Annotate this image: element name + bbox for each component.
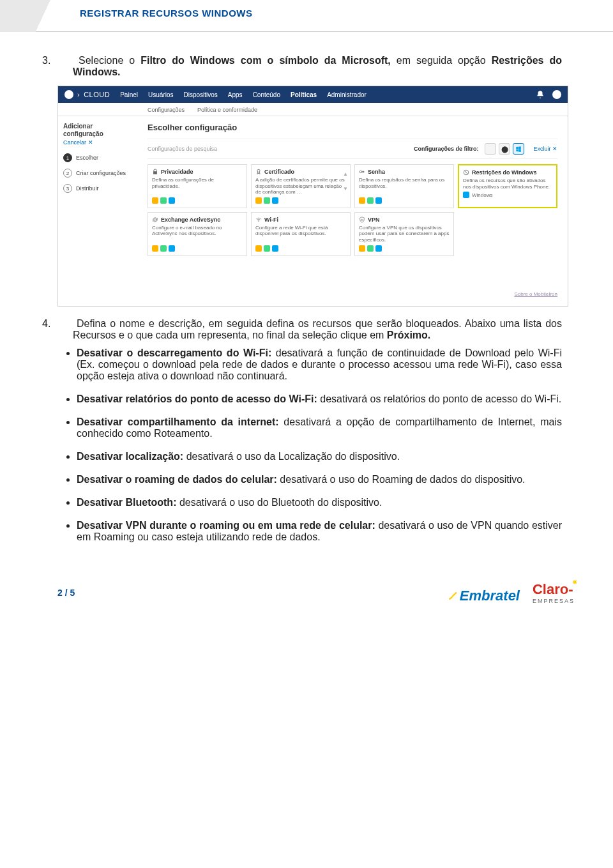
footer-logos: ⟋Embratel Claro-✷ EMPRESAS xyxy=(446,581,575,604)
card-certificado[interactable]: Certificado A adição de certificados per… xyxy=(251,164,351,208)
app-topbar: › CLOUD Painel Usuários Dispositivos App… xyxy=(58,86,568,103)
sidebar-cancel-link[interactable]: Cancelar ✕ xyxy=(63,139,136,146)
shield-lock-icon xyxy=(359,217,365,223)
nav-conteudo[interactable]: Conteúdo xyxy=(253,91,280,98)
step-4-text: Defina o nome e descrição, em seguida de… xyxy=(73,318,562,340)
card-wifi[interactable]: Wi-Fi Configure a rede Wi-Fi que está di… xyxy=(251,212,351,256)
svg-point-3 xyxy=(258,221,259,222)
brand-text: CLOUD xyxy=(84,91,110,98)
bell-icon[interactable] xyxy=(536,90,545,99)
platform-android-icon xyxy=(264,245,270,252)
filter-windows-icon[interactable] xyxy=(513,143,524,155)
filter-apple-icon[interactable] xyxy=(485,143,496,155)
platform-android-icon xyxy=(160,197,167,204)
card-restricoes-windows[interactable]: Restrições do Windows Defina os recursos… xyxy=(458,164,557,208)
platform-android-icon xyxy=(367,197,374,204)
page-footer: 2 / 5 ⟋Embratel Claro-✷ EMPRESAS xyxy=(0,581,613,604)
platform-android-icon xyxy=(160,245,167,252)
bullet-4: Desativar localização: desativará o uso … xyxy=(77,451,562,462)
about-link[interactable]: Sobre o MobileIron xyxy=(58,289,568,306)
cards-grid: Privacidade Defina as configurações de p… xyxy=(148,164,557,256)
step-list: 1 Escolher 2 Criar configurações 3 Distr… xyxy=(63,153,136,193)
brand-logo-icon xyxy=(64,90,73,99)
step-2-label: Criar configurações xyxy=(76,170,126,176)
search-input[interactable]: Configurações de pesquisa xyxy=(148,146,407,152)
platform-ios-icon xyxy=(255,197,262,204)
step-1-num: 1 xyxy=(63,153,72,162)
platform-windows-icon xyxy=(272,245,278,252)
page-number: 2 / 5 xyxy=(57,588,75,598)
key-icon xyxy=(359,169,365,175)
platform-windows-icon xyxy=(463,192,469,198)
step-2[interactable]: 2 Criar configurações xyxy=(63,169,136,178)
subnav-configuracoes[interactable]: Configurações xyxy=(148,107,185,113)
card-exchange[interactable]: Exchange ActiveSync Configure o e-mail b… xyxy=(148,212,247,256)
platform-ios-icon xyxy=(359,245,365,252)
filter-label: Configurações de filtro: xyxy=(414,146,479,152)
step-3-bold-1: Filtro do Windows com o símbolo da Micro… xyxy=(140,55,391,66)
platform-ios-icon xyxy=(152,197,158,204)
main-title: Escolher configuração xyxy=(148,123,557,132)
subnav-politica[interactable]: Política e conformidade xyxy=(197,107,257,113)
excluir-link[interactable]: Excluir ✕ xyxy=(533,146,557,152)
filter-android-icon[interactable]: ⬤ xyxy=(499,143,510,155)
step-3-number: 3. xyxy=(57,55,73,66)
logo-claro: Claro-✷ EMPRESAS xyxy=(533,581,575,604)
avatar-icon[interactable] xyxy=(552,90,561,99)
platform-windows-icon xyxy=(375,197,382,204)
main-panel: Escolher configuração Configurações de p… xyxy=(141,116,568,289)
bullet-6: Desativar Bluetooth: desativará o uso do… xyxy=(77,497,562,508)
filter-icons: ⬤ xyxy=(485,143,524,155)
nav-dispositivos[interactable]: Dispositivos xyxy=(183,91,217,98)
platform-ios-icon xyxy=(359,197,365,204)
sidebar-add-title: Adicionar configuração xyxy=(63,123,136,138)
ribbon-icon xyxy=(255,169,262,175)
sync-icon xyxy=(152,217,158,223)
header-slant xyxy=(0,0,77,32)
lock-icon xyxy=(152,169,158,175)
platform-android-icon xyxy=(367,245,374,252)
nav-politicas[interactable]: Políticas xyxy=(291,91,317,98)
step-4-bold: Próximo. xyxy=(387,330,430,340)
step-3-label: Distribuir xyxy=(76,185,99,192)
platform-windows-icon xyxy=(375,245,382,252)
header-title: REGISTRAR RECURSOS WINDOWS xyxy=(80,8,253,19)
app-subnav: Configurações Política e conformidade xyxy=(58,103,568,116)
step-3-num: 3 xyxy=(63,184,72,193)
step-1-label: Escolher xyxy=(76,155,98,161)
platform-android-icon xyxy=(264,197,270,204)
card-vpn[interactable]: VPN Configure a VPN que os dispositivos … xyxy=(354,212,454,256)
platform-ios-icon xyxy=(152,245,158,252)
card-senha[interactable]: Senha Defina os requisitos de senha para… xyxy=(354,164,454,208)
no-icon xyxy=(463,169,469,176)
logo-embratel: ⟋Embratel xyxy=(446,588,520,604)
svg-point-1 xyxy=(359,171,361,172)
filter-row: Configurações de pesquisa Configurações … xyxy=(148,139,557,159)
bullet-2: Desativar relatórios do ponto de acesso … xyxy=(77,393,562,405)
nav-administrador[interactable]: Administrador xyxy=(327,91,367,98)
bullet-3: Desativar compartilhamento da internet: … xyxy=(77,416,562,439)
nav-apps[interactable]: Apps xyxy=(228,91,243,98)
scroll-indicator: ▲▼ xyxy=(343,171,348,192)
bullet-5: Desativar o roaming de dados do celular:… xyxy=(77,474,562,485)
brand: › CLOUD xyxy=(64,90,110,99)
step-3-text-1: Selecione o xyxy=(79,55,140,66)
platform-ios-icon xyxy=(255,245,262,252)
wifi-icon xyxy=(255,217,262,223)
platform-windows-icon xyxy=(169,197,175,204)
svg-rect-4 xyxy=(361,219,363,220)
nav-painel[interactable]: Painel xyxy=(120,91,138,98)
step-4-number: 4. xyxy=(57,318,73,330)
bullet-7: Desativar VPN durante o roaming ou em um… xyxy=(77,520,562,543)
platform-windows-icon xyxy=(272,197,278,204)
platform-windows-icon xyxy=(169,245,175,252)
step-4: 4. Defina o nome e descrição, em seguida… xyxy=(57,318,562,341)
step-3-wizard[interactable]: 3 Distribuir xyxy=(63,184,136,193)
bullet-1: Desativar o descarregamento do Wi-Fi: de… xyxy=(77,347,562,382)
step-3: 3. Selecione o Filtro do Windows com o s… xyxy=(57,55,562,78)
card-privacidade[interactable]: Privacidade Defina as configurações de p… xyxy=(148,164,247,208)
step-1[interactable]: 1 Escolher xyxy=(63,153,136,162)
step-3-text-2: em seguida opção xyxy=(391,55,492,66)
document-header: REGISTRAR RECURSOS WINDOWS xyxy=(0,0,613,32)
nav-usuarios[interactable]: Usuários xyxy=(148,91,173,98)
